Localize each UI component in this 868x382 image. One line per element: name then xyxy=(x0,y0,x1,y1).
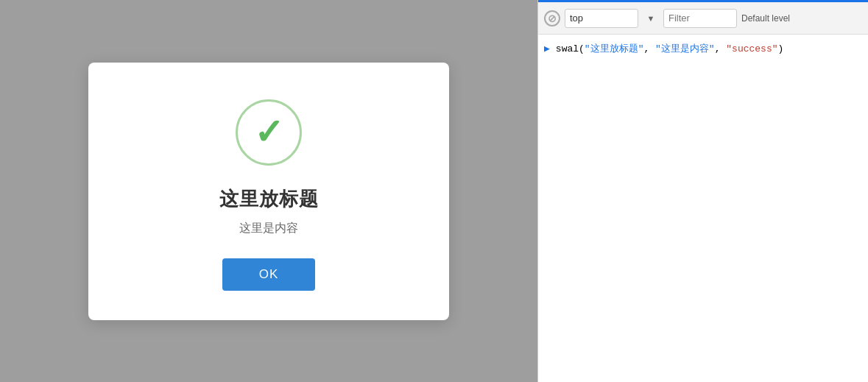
code-function: swal( xyxy=(556,43,585,54)
code-param3: "success" xyxy=(726,43,777,54)
code-param2: "这里是内容" xyxy=(655,43,715,54)
code-comma1: , xyxy=(643,43,655,54)
browser-page: ✓ 这里放标题 这里是内容 OK xyxy=(0,0,537,382)
console-code[interactable]: swal("这里放标题", "这里是内容", "success") xyxy=(556,42,783,57)
code-param1: "这里放标题" xyxy=(585,43,644,54)
devtools-toolbar: ⊘ ▼ Default level xyxy=(538,2,868,35)
code-suffix: ) xyxy=(778,43,784,54)
code-comma2: , xyxy=(715,43,727,54)
modal-ok-button[interactable]: OK xyxy=(222,258,316,291)
devtools-filter-input[interactable] xyxy=(663,9,737,28)
no-entry-icon[interactable]: ⊘ xyxy=(544,10,560,26)
checkmark-icon: ✓ xyxy=(254,115,283,150)
devtools-level-label: Default level xyxy=(741,13,790,24)
modal-success-icon-wrapper: ✓ xyxy=(236,99,302,166)
dropdown-arrow-icon[interactable]: ▼ xyxy=(643,10,659,26)
console-arrow-icon: ▶ xyxy=(544,42,550,57)
devtools-console: ▶ swal("这里放标题", "这里是内容", "success") xyxy=(538,35,868,382)
devtools-context-input[interactable] xyxy=(565,9,638,28)
devtools-panel: ⊘ ▼ Default level ▶ swal("这里放标题", "这里是内容… xyxy=(537,0,868,382)
modal-dialog: ✓ 这里放标题 这里是内容 OK xyxy=(88,63,449,320)
console-line: ▶ swal("这里放标题", "这里是内容", "success") xyxy=(538,39,868,60)
modal-content-text: 这里是内容 xyxy=(239,221,298,236)
modal-title: 这里放标题 xyxy=(219,186,319,212)
